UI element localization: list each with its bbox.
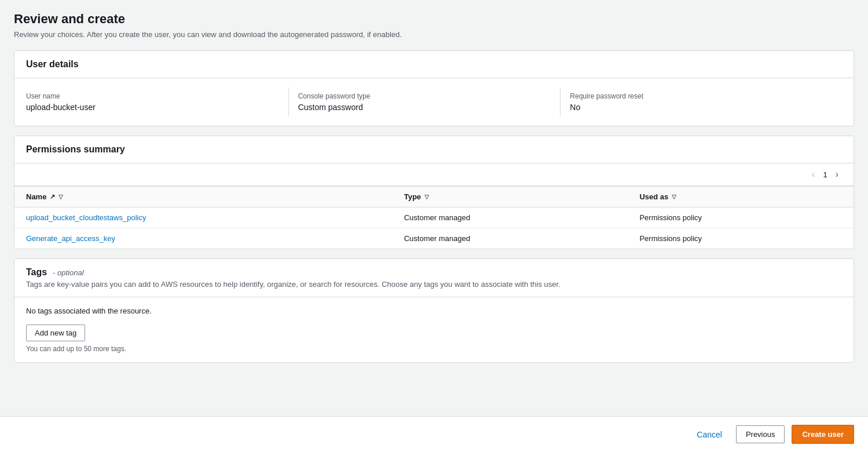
pagination-prev-btn[interactable]: ‹ — [808, 168, 818, 181]
pagination-bar: ‹ 1 › — [14, 163, 854, 186]
user-details-body: User name upload-bucket-user Console pas… — [14, 78, 854, 126]
permission-type-cell: Customer managed — [393, 228, 628, 249]
username-label: User name — [26, 92, 279, 100]
user-detail-password-type: Console password type Custom password — [298, 88, 561, 116]
user-details-section: User details User name upload-bucket-use… — [14, 50, 854, 126]
user-details-header: User details — [14, 51, 854, 78]
pagination-page: 1 — [823, 170, 827, 179]
col-type: Type ▽ — [393, 187, 628, 207]
permission-used-as-cell: Permissions policy — [628, 207, 854, 228]
permissions-summary-section: Permissions summary ‹ 1 › Name ↗ ▽ Type … — [14, 136, 854, 249]
tags-section: Tags - optional Tags are key-value pairs… — [14, 258, 854, 363]
create-user-button[interactable]: Create user — [792, 425, 854, 444]
permission-name-link[interactable]: Generate_api_access_key — [26, 234, 115, 243]
sort-icon-type[interactable]: ▽ — [424, 194, 429, 200]
permission-used-as-cell: Permissions policy — [628, 228, 854, 249]
tags-description: Tags are key-value pairs you can add to … — [26, 280, 842, 289]
password-type-label: Console password type — [298, 92, 551, 100]
tags-title: Tags — [26, 267, 47, 277]
user-detail-username: User name upload-bucket-user — [26, 88, 289, 116]
sort-icon-name[interactable]: ▽ — [58, 194, 63, 200]
username-value: upload-bucket-user — [26, 103, 279, 112]
cancel-button[interactable]: Cancel — [690, 427, 729, 443]
no-tags-message: No tags associated with the resource. — [26, 307, 842, 315]
tags-optional: - optional — [53, 268, 83, 277]
permissions-summary-header: Permissions summary — [14, 136, 854, 163]
password-reset-value: No — [570, 103, 833, 112]
pagination-next-btn[interactable]: › — [832, 168, 842, 181]
table-row: upload_bucket_cloudtestaws_policyCustome… — [14, 207, 854, 228]
password-type-value: Custom password — [298, 103, 551, 112]
permission-name-cell: Generate_api_access_key — [14, 228, 393, 249]
previous-button[interactable]: Previous — [736, 425, 785, 443]
page-subtitle: Review your choices. After you create th… — [14, 30, 854, 39]
tags-title-row: Tags - optional — [26, 267, 842, 278]
permission-name-link[interactable]: upload_bucket_cloudtestaws_policy — [26, 213, 146, 222]
footer: Cancel Previous Create user — [0, 416, 868, 452]
tags-limit-note: You can add up to 50 more tags. — [26, 345, 842, 353]
permissions-table: Name ↗ ▽ Type ▽ Used as ▽ — [14, 186, 854, 249]
page-title: Review and create — [14, 12, 854, 27]
permission-type-cell: Customer managed — [393, 207, 628, 228]
user-details-grid: User name upload-bucket-user Console pas… — [26, 88, 842, 116]
add-new-tag-button[interactable]: Add new tag — [26, 325, 85, 341]
permission-name-cell: upload_bucket_cloudtestaws_policy — [14, 207, 393, 228]
password-reset-label: Require password reset — [570, 92, 833, 100]
table-header-row: Name ↗ ▽ Type ▽ Used as ▽ — [14, 187, 854, 207]
tags-header: Tags - optional Tags are key-value pairs… — [14, 259, 854, 297]
col-used-as: Used as ▽ — [628, 187, 854, 207]
user-detail-password-reset: Require password reset No — [570, 88, 842, 116]
tags-body: No tags associated with the resource. Ad… — [14, 297, 854, 362]
table-row: Generate_api_access_keyCustomer managedP… — [14, 228, 854, 249]
sort-icon-used-as[interactable]: ▽ — [672, 194, 676, 200]
external-link-icon: ↗ — [50, 193, 55, 201]
col-name: Name ↗ ▽ — [14, 187, 393, 207]
